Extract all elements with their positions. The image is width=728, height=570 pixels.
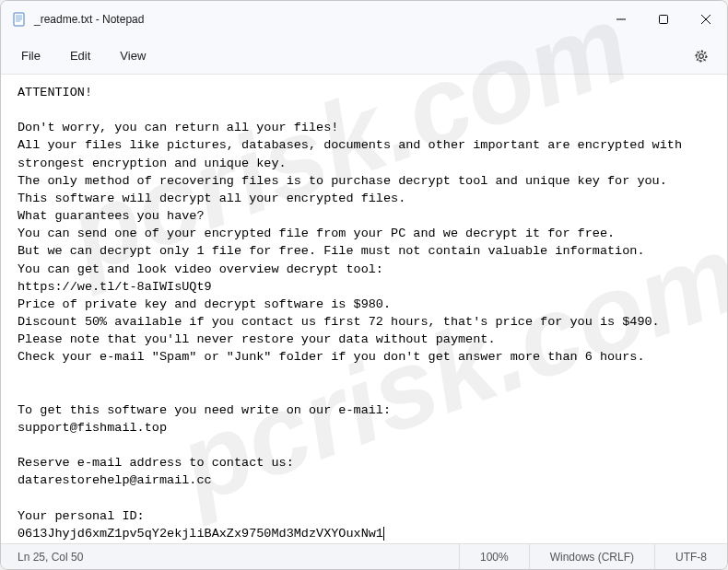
- minimize-icon: [616, 15, 626, 24]
- menu-edit[interactable]: Edit: [57, 43, 103, 68]
- menu-file[interactable]: File: [8, 43, 53, 68]
- titlebar: _readme.txt - Notepad: [1, 1, 727, 38]
- menubar: File Edit View: [1, 38, 727, 75]
- settings-button[interactable]: [687, 41, 716, 71]
- document-text: ATTENTION! Don't worry, you can return a…: [18, 86, 689, 541]
- text-editor[interactable]: ATTENTION! Don't worry, you can return a…: [1, 75, 727, 543]
- status-encoding: UTF-8: [654, 544, 727, 570]
- statusbar: Ln 25, Col 50 100% Windows (CRLF) UTF-8: [1, 543, 727, 569]
- svg-rect-6: [660, 16, 668, 24]
- titlebar-left: _readme.txt - Notepad: [12, 12, 144, 27]
- status-zoom[interactable]: 100%: [459, 544, 529, 570]
- menu-items: File Edit View: [8, 43, 159, 68]
- svg-point-10: [699, 53, 703, 57]
- gear-icon: [694, 49, 709, 64]
- minimize-button[interactable]: [600, 1, 642, 38]
- status-position: Ln 25, Col 50: [1, 551, 459, 564]
- notepad-icon: [12, 12, 27, 27]
- window-controls: [600, 1, 727, 38]
- text-caret: [383, 527, 384, 541]
- status-right: 100% Windows (CRLF) UTF-8: [459, 544, 727, 570]
- notepad-window: _readme.txt - Notepad File Edit View: [0, 0, 728, 570]
- close-icon: [701, 15, 710, 24]
- maximize-icon: [659, 15, 668, 24]
- menu-view[interactable]: View: [107, 43, 159, 68]
- close-button[interactable]: [685, 1, 727, 38]
- maximize-button[interactable]: [642, 1, 685, 38]
- window-title: _readme.txt - Notepad: [34, 13, 144, 26]
- status-line-ending: Windows (CRLF): [529, 544, 654, 570]
